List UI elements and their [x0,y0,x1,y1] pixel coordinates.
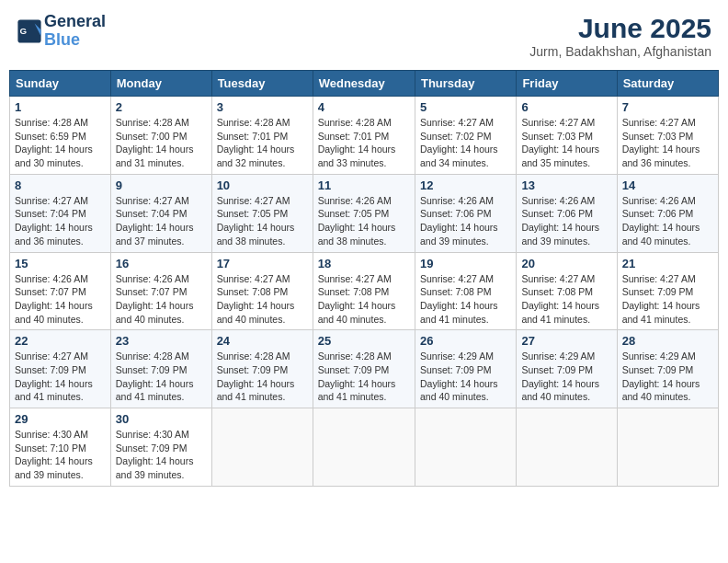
calendar-cell: 27 Sunrise: 4:29 AM Sunset: 7:09 PM Dayl… [517,330,617,408]
calendar-cell: 22 Sunrise: 4:27 AM Sunset: 7:09 PM Dayl… [10,330,111,408]
calendar-body: 1 Sunrise: 4:28 AM Sunset: 6:59 PM Dayli… [10,97,719,487]
day-info: Sunrise: 4:27 AM Sunset: 7:08 PM Dayligh… [420,272,511,327]
calendar-cell: 10 Sunrise: 4:27 AM Sunset: 7:05 PM Dayl… [211,174,313,252]
day-info: Sunrise: 4:28 AM Sunset: 7:00 PM Dayligh… [116,116,207,170]
day-number: 3 [217,100,308,114]
calendar-cell: 24 Sunrise: 4:28 AM Sunset: 7:09 PM Dayl… [211,330,313,408]
day-number: 28 [622,334,713,348]
week-row-5: 29 Sunrise: 4:30 AM Sunset: 7:10 PM Dayl… [10,408,719,487]
week-row-2: 8 Sunrise: 4:27 AM Sunset: 7:04 PM Dayli… [10,174,719,252]
calendar-cell: 6 Sunrise: 4:27 AM Sunset: 7:03 PM Dayli… [517,97,617,175]
day-info: Sunrise: 4:29 AM Sunset: 7:09 PM Dayligh… [622,350,713,404]
col-thursday: Thursday [415,71,516,97]
day-number: 29 [15,412,106,426]
location-subtitle: Jurm, Badakhshan, Afghanistan [529,44,711,59]
calendar-cell: 9 Sunrise: 4:27 AM Sunset: 7:04 PM Dayli… [110,174,211,252]
week-row-3: 15 Sunrise: 4:26 AM Sunset: 7:07 PM Dayl… [10,252,719,330]
logo-icon: G [17,18,42,44]
calendar-cell: 15 Sunrise: 4:26 AM Sunset: 7:07 PM Dayl… [10,252,111,330]
col-saturday: Saturday [617,71,718,97]
day-info: Sunrise: 4:27 AM Sunset: 7:09 PM Dayligh… [15,350,106,404]
col-friday: Friday [517,71,617,97]
calendar-cell [211,408,313,487]
day-number: 8 [15,178,106,192]
day-info: Sunrise: 4:26 AM Sunset: 7:05 PM Dayligh… [318,194,410,248]
col-wednesday: Wednesday [313,71,415,97]
calendar-cell: 3 Sunrise: 4:28 AM Sunset: 7:01 PM Dayli… [211,97,313,175]
calendar-cell: 1 Sunrise: 4:28 AM Sunset: 6:59 PM Dayli… [10,97,111,175]
day-number: 24 [217,334,308,348]
calendar-cell: 7 Sunrise: 4:27 AM Sunset: 7:03 PM Dayli… [617,97,718,175]
day-info: Sunrise: 4:27 AM Sunset: 7:02 PM Dayligh… [420,116,511,170]
day-number: 25 [318,334,410,348]
day-info: Sunrise: 4:26 AM Sunset: 7:07 PM Dayligh… [116,272,207,327]
day-number: 10 [217,178,308,192]
day-number: 26 [420,334,511,348]
day-number: 23 [116,334,207,348]
day-number: 11 [318,178,410,192]
day-number: 19 [420,257,511,270]
day-info: Sunrise: 4:27 AM Sunset: 7:04 PM Dayligh… [116,194,207,248]
day-info: Sunrise: 4:28 AM Sunset: 7:01 PM Dayligh… [318,116,410,170]
calendar-cell: 12 Sunrise: 4:26 AM Sunset: 7:06 PM Dayl… [415,174,516,252]
day-number: 27 [521,334,611,348]
calendar-cell: 17 Sunrise: 4:27 AM Sunset: 7:08 PM Dayl… [211,252,313,330]
calendar-cell [313,408,415,487]
calendar-cell [415,408,516,487]
day-info: Sunrise: 4:28 AM Sunset: 6:59 PM Dayligh… [15,116,106,170]
day-info: Sunrise: 4:30 AM Sunset: 7:10 PM Dayligh… [15,428,106,482]
calendar-cell: 28 Sunrise: 4:29 AM Sunset: 7:09 PM Dayl… [617,330,718,408]
calendar-cell: 30 Sunrise: 4:30 AM Sunset: 7:09 PM Dayl… [110,408,211,487]
calendar-cell: 4 Sunrise: 4:28 AM Sunset: 7:01 PM Dayli… [313,97,415,175]
day-info: Sunrise: 4:30 AM Sunset: 7:09 PM Dayligh… [116,428,207,482]
day-number: 9 [116,178,207,192]
day-info: Sunrise: 4:29 AM Sunset: 7:09 PM Dayligh… [420,350,511,404]
day-info: Sunrise: 4:27 AM Sunset: 7:04 PM Dayligh… [15,194,106,248]
logo: G General Blue [17,13,106,50]
calendar-cell: 18 Sunrise: 4:27 AM Sunset: 7:08 PM Dayl… [313,252,415,330]
calendar-cell: 16 Sunrise: 4:26 AM Sunset: 7:07 PM Dayl… [110,252,211,330]
logo-text: General Blue [44,13,106,50]
calendar-cell: 5 Sunrise: 4:27 AM Sunset: 7:02 PM Dayli… [415,97,516,175]
calendar-cell: 20 Sunrise: 4:27 AM Sunset: 7:08 PM Dayl… [517,252,617,330]
day-info: Sunrise: 4:27 AM Sunset: 7:08 PM Dayligh… [217,272,308,327]
calendar-cell: 19 Sunrise: 4:27 AM Sunset: 7:08 PM Dayl… [415,252,516,330]
day-number: 1 [15,100,106,114]
day-number: 22 [15,334,106,348]
day-info: Sunrise: 4:28 AM Sunset: 7:09 PM Dayligh… [116,350,207,404]
logo-line1: General [44,13,106,31]
day-info: Sunrise: 4:27 AM Sunset: 7:03 PM Dayligh… [521,116,611,170]
month-title: June 2025 [529,13,711,44]
calendar-cell: 2 Sunrise: 4:28 AM Sunset: 7:00 PM Dayli… [110,97,211,175]
day-number: 16 [116,257,207,270]
svg-text:G: G [20,26,28,36]
logo-line2: Blue [44,31,106,50]
day-number: 30 [116,412,207,426]
calendar-cell: 25 Sunrise: 4:28 AM Sunset: 7:09 PM Dayl… [313,330,415,408]
calendar-cell: 13 Sunrise: 4:26 AM Sunset: 7:06 PM Dayl… [517,174,617,252]
calendar-cell: 11 Sunrise: 4:26 AM Sunset: 7:05 PM Dayl… [313,174,415,252]
day-number: 12 [420,178,511,192]
day-info: Sunrise: 4:26 AM Sunset: 7:06 PM Dayligh… [521,194,611,248]
week-row-4: 22 Sunrise: 4:27 AM Sunset: 7:09 PM Dayl… [10,330,719,408]
title-section: June 2025 Jurm, Badakhshan, Afghanistan [529,13,711,59]
col-monday: Monday [110,71,211,97]
calendar-header-row: Sunday Monday Tuesday Wednesday Thursday… [10,71,719,97]
calendar-cell [517,408,617,487]
day-info: Sunrise: 4:26 AM Sunset: 7:06 PM Dayligh… [622,194,713,248]
page-header: G General Blue June 2025 Jurm, Badakhsha… [9,9,719,63]
calendar-cell: 23 Sunrise: 4:28 AM Sunset: 7:09 PM Dayl… [110,330,211,408]
col-tuesday: Tuesday [211,71,313,97]
day-info: Sunrise: 4:27 AM Sunset: 7:05 PM Dayligh… [217,194,308,248]
day-number: 15 [15,257,106,270]
week-row-1: 1 Sunrise: 4:28 AM Sunset: 6:59 PM Dayli… [10,97,719,175]
day-info: Sunrise: 4:26 AM Sunset: 7:06 PM Dayligh… [420,194,511,248]
day-number: 18 [318,257,410,270]
day-number: 5 [420,100,511,114]
calendar-cell: 8 Sunrise: 4:27 AM Sunset: 7:04 PM Dayli… [10,174,111,252]
day-number: 7 [622,100,713,114]
calendar-cell [617,408,718,487]
day-number: 13 [521,178,611,192]
day-number: 2 [116,100,207,114]
day-info: Sunrise: 4:27 AM Sunset: 7:03 PM Dayligh… [622,116,713,170]
